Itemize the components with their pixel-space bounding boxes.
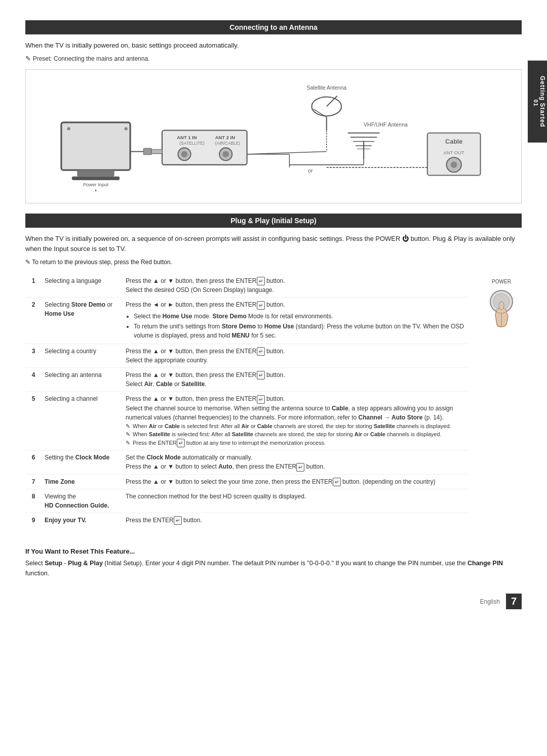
side-tab-number: 01 [533, 100, 539, 107]
reset-section: If You Want to Reset This Feature Select… [25, 548, 522, 578]
step-desc-4: Press the ▲ or ▼ button, then press the … [123, 368, 468, 392]
power-label: POWER [492, 279, 511, 284]
section1-header: Connecting to an Antenna [25, 20, 522, 34]
step-desc-2: Press the ◄ or ► button, then press the … [123, 298, 468, 344]
step-row-3: 3 Selecting a country Press the ▲ or ▼ b… [25, 344, 468, 367]
svg-text:Cable: Cable [445, 138, 462, 145]
step-label-3: Selecting a country [42, 344, 123, 367]
step-label-5: Selecting a channel [42, 392, 123, 450]
step-label-7: Time Zone [42, 474, 123, 489]
step-num-8: 8 [25, 489, 42, 513]
svg-point-2 [125, 127, 128, 130]
step-num-6: 6 [25, 450, 42, 474]
step-row-7: 7 Time Zone Press the ▲ or ▼ button to s… [25, 474, 468, 489]
reset-text: Select Setup - Plug & Play (Initial Setu… [25, 558, 522, 578]
plug-intro-text1: When the TV is initially powered on, a s… [25, 235, 400, 242]
step-label-8: Viewing theHD Connection Guide. [42, 489, 123, 513]
section1-intro: When the TV is initially powered on, bas… [25, 40, 522, 51]
hand-svg [484, 286, 519, 332]
step-row-1: 1 Selecting a language Press the ▲ or ▼ … [25, 274, 468, 298]
svg-point-41 [451, 161, 457, 168]
step-row-2: 2 Selecting Store Demo orHome Use Press … [25, 298, 468, 344]
step-num-7: 7 [25, 474, 42, 489]
step-label-9: Enjoy your TV. [42, 513, 123, 527]
step-row-4: 4 Selecting an antenna Press the ▲ or ▼ … [25, 368, 468, 392]
antenna-svg: Power Input ANT 1 IN ANT 2 IN (SATELLITE… [36, 80, 511, 191]
page-number: 7 [506, 594, 522, 609]
side-tab-text: Getting Started [539, 76, 546, 128]
step-desc-9: Press the ENTER↵ button. [123, 513, 468, 527]
svg-text:or: or [308, 168, 313, 174]
svg-text:VHF/UHF Antenna: VHF/UHF Antenna [364, 122, 408, 128]
step-num-9: 9 [25, 513, 42, 527]
power-symbol: ⏻ [402, 235, 409, 242]
step-desc-7: Press the ▲ or ▼ button to select the yo… [123, 474, 468, 489]
step-desc-6: Set the Clock Mode automatically or manu… [123, 450, 468, 474]
step-label-1: Selecting a language [42, 274, 123, 298]
step-num-4: 4 [25, 368, 42, 392]
svg-point-16 [222, 151, 229, 157]
step-row-8: 8 Viewing theHD Connection Guide. The co… [25, 489, 468, 513]
svg-text:Satellite Antenna: Satellite Antenna [306, 85, 346, 90]
svg-rect-0 [61, 122, 130, 170]
return-note: To return to the previous step, press th… [25, 259, 522, 266]
step-desc-3: Press the ▲ or ▼ button, then press the … [123, 344, 468, 367]
step-row-5: 5 Selecting a channel Press the ▲ or ▼ b… [25, 392, 468, 450]
steps-table: 1 Selecting a language Press the ▲ or ▼ … [25, 274, 468, 527]
svg-rect-43 [143, 148, 151, 155]
svg-rect-44 [151, 149, 162, 153]
step-label-4: Selecting an antenna [42, 368, 123, 392]
svg-point-49 [499, 302, 504, 310]
svg-rect-3 [77, 170, 114, 177]
step-row-6: 6 Setting the Clock Mode Set the Clock M… [25, 450, 468, 474]
step-num-1: 1 [25, 274, 42, 298]
step-num-2: 2 [25, 298, 42, 344]
side-tab: 01 Getting Started [528, 61, 547, 143]
step-desc-1: Press the ▲ or ▼ button, then press the … [123, 274, 468, 298]
svg-point-1 [67, 127, 70, 130]
step-desc-5: Press the ▲ or ▼ button, then press the … [123, 392, 468, 450]
page-footer: English 7 [25, 594, 522, 609]
plug-intro: When the TV is initially powered on, a s… [25, 234, 522, 255]
section1-preset: Preset: Connecting the mains and antenna… [25, 55, 522, 62]
svg-text:ANT OUT: ANT OUT [444, 149, 464, 155]
step-num-3: 3 [25, 344, 42, 367]
svg-rect-4 [72, 176, 120, 180]
power-button-illustration: POWER [481, 274, 522, 332]
step-row-9: 9 Enjoy your TV. Press the ENTER↵ button… [25, 513, 468, 527]
svg-text:(SATELLITE): (SATELLITE) [180, 140, 205, 145]
svg-text:ANT 2 IN: ANT 2 IN [215, 135, 235, 140]
section2-header: Plug & Play (Initial Setup) [25, 214, 522, 228]
antenna-diagram: Power Input ANT 1 IN ANT 2 IN (SATELLITE… [25, 69, 522, 203]
language-label: English [480, 598, 500, 605]
reset-title: If You Want to Reset This Feature [25, 548, 522, 555]
svg-point-14 [181, 151, 188, 157]
step-label-2: Selecting Store Demo orHome Use [42, 298, 123, 344]
svg-text:ANT 1 IN: ANT 1 IN [177, 135, 197, 140]
svg-text:(AIR/CABLE): (AIR/CABLE) [215, 140, 241, 145]
step-desc-8: The connection method for the best HD sc… [123, 489, 468, 513]
svg-text:Power Input: Power Input [83, 181, 109, 187]
step-num-5: 5 [25, 392, 42, 450]
step-label-6: Setting the Clock Mode [42, 450, 123, 474]
